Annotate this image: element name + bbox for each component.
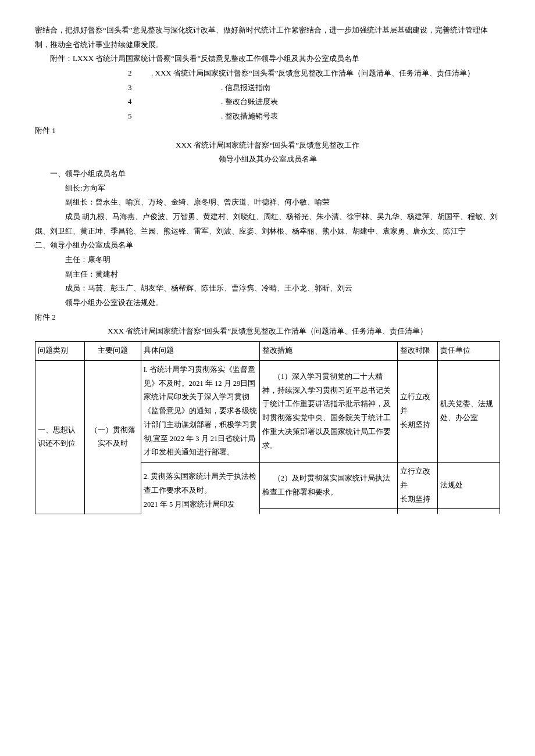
intro-paragraph: 密结合，把抓好督察“回头看”意见整改与深化统计改革、做好新时代统计工作紧密结合，… [35, 23, 500, 52]
leader-line: 组长:方向军 [35, 181, 500, 196]
th-unit: 责任单位 [437, 342, 500, 361]
attach-num-3: 3 [128, 81, 151, 95]
fj2-title: XXX 省统计局国家统计督察“回头看”反馈意见整改工作清单（问题清单、任务清单、… [35, 324, 500, 339]
attach-text-5: . 整改措施销号表 [221, 109, 278, 124]
table-header-row: 问题类别 主要问题 具体问题 整改措施 整改时限 责任单位 [35, 342, 500, 361]
section2-title: 二、领导小组办公室成员名单 [35, 238, 500, 253]
attach-text-3: . 信息报送指南 [221, 81, 270, 95]
table-row: 一、思想认识还不到位 （一）贯彻落实不及时 I. 省统计局学习贯彻落实《监督意见… [35, 360, 500, 462]
cell-meas-3 [259, 509, 397, 514]
members-line: 成员 胡九根、马海燕、卢俊波、万智勇、黄建村、刘晓红、周红、杨裕光、朱小清、徐宇… [35, 210, 500, 238]
attachment-list: 2 . XXX 省统计局国家统计督察“回头看”反馈意见整改工作清单（问题清单、任… [128, 66, 500, 124]
cell-meas-1: （1）深入学习贯彻党的二十大精神，持续深入学习贯彻习近平总书记关于统计工作重要讲… [259, 360, 397, 462]
th-main-issue: 主要问题 [85, 342, 141, 361]
vice-leader-line: 副组长：曾永生、喻滨、万玲、金绮、康冬明、曾庆道、叶德祥、何小敏、喻荣 [35, 195, 500, 210]
office-location-line: 领导小组办公室设在法规处。 [35, 296, 500, 310]
attach-text-4: . 整改台账进度表 [221, 95, 278, 109]
th-specific-issue: 具体问题 [141, 342, 259, 361]
section1-title: 一、领导小组成员名单 [35, 167, 500, 181]
cell-spec-1: I. 省统计局学习贯彻落实《监督意见》不及时。2021 年 12 月 29日国家… [141, 360, 259, 462]
cell-category: 一、思想认识还不到位 [35, 360, 85, 514]
cell-unit-2: 法规处 [437, 463, 500, 509]
cell-unit-1: 机关党委、法规处、办公室 [437, 360, 500, 462]
fj1-label: 附件 1 [35, 124, 500, 138]
th-measures: 整改措施 [259, 342, 397, 361]
cell-spec-2: 2. 贯彻落实国家统计局关于执法检查工作要求不及时。 2021 年 5 月国家统… [141, 463, 259, 514]
cell-time-1: 立行立改并 长期坚持 [397, 360, 437, 462]
attachment-3: 3 . 信息报送指南 [128, 81, 500, 95]
attachment-1: LXXX 省统计局国家统计督察“回头看”反馈意见整改工作领导小组及其办公室成员名… [73, 54, 359, 63]
office-members-line: 成员：马芸、彭玉广、胡友华、杨帮辉、陈佳乐、曹淳隽、冷晴、王小龙、郭昕、刘云 [35, 281, 500, 296]
attach-num-2: 2 [128, 66, 151, 81]
meas-2-text: （2）及时贯彻落实国家统计局执法检查工作部署和要求。 [262, 472, 395, 500]
attachments-header: 附件：LXXX 省统计局国家统计督察“回头看”反馈意见整改工作领导小组及其办公室… [35, 52, 500, 66]
attach-num-4: 4 [128, 95, 151, 109]
members-text: 成员 胡九根、马海燕、卢俊波、万智勇、黄建村、刘晓红、周红、杨裕光、朱小清、徐宇… [35, 212, 498, 235]
th-category: 问题类别 [35, 342, 85, 361]
office-head-line: 主任：康冬明 [35, 253, 500, 267]
cell-time-3 [397, 509, 437, 514]
attach-label: 附件： [50, 54, 73, 63]
fj1-title-line1: XXX 省统计局国家统计督察“回头看”反馈意见整改工作 [35, 138, 500, 153]
office-vice-line: 副主任：黄建村 [35, 267, 500, 282]
cell-meas-2: （2）及时贯彻落实国家统计局执法检查工作部署和要求。 [259, 463, 397, 509]
attachment-5: 5 . 整改措施销号表 [128, 109, 500, 124]
meas-1-text: （1）深入学习贯彻党的二十大精神，持续深入学习贯彻习近平总书记关于统计工作重要讲… [262, 370, 395, 453]
spec-2-text: 2. 贯彻落实国家统计局关于执法检查工作要求不及时。 2021 年 5 月国家统… [144, 472, 257, 508]
cell-main-issue: （一）贯彻落实不及时 [85, 360, 141, 514]
attachment-2: 2 . XXX 省统计局国家统计督察“回头看”反馈意见整改工作清单（问题清单、任… [128, 66, 500, 81]
th-deadline: 整改时限 [397, 342, 437, 361]
attach-text-2: . XXX 省统计局国家统计督察“回头看”反馈意见整改工作清单（问题清单、任务清… [151, 66, 475, 81]
attachment-4: 4 . 整改台账进度表 [128, 95, 500, 109]
cell-unit-3 [437, 509, 500, 514]
work-list-table: 问题类别 主要问题 具体问题 整改措施 整改时限 责任单位 一、思想认识还不到位… [35, 341, 500, 514]
fj2-label: 附件 2 [35, 310, 500, 325]
cell-time-2: 立行立改并 长期坚持 [397, 463, 437, 509]
fj1-title-line2: 领导小组及其办公室成员名单 [35, 152, 500, 167]
attach-num-5: 5 [128, 109, 151, 124]
